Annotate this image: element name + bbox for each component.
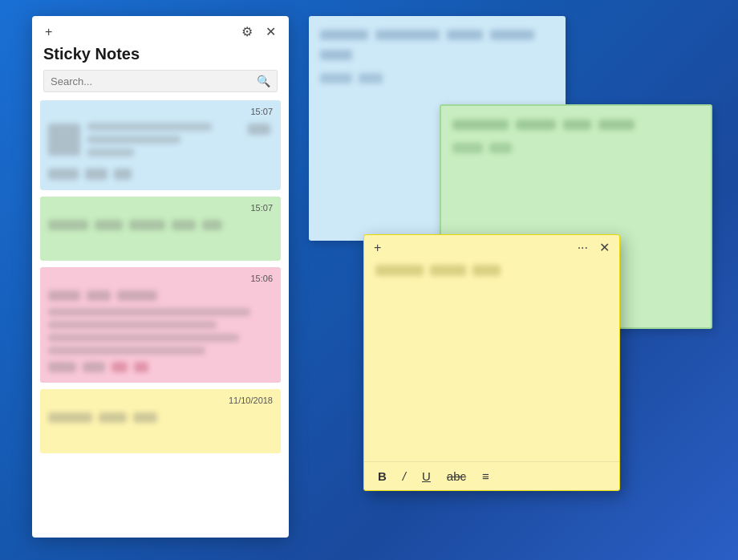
note-timestamp: 15:06 bbox=[48, 274, 273, 283]
format-underline-button[interactable]: U bbox=[420, 469, 433, 484]
list-item[interactable]: 15:06 bbox=[40, 267, 281, 383]
close-button[interactable]: ✕ bbox=[264, 24, 278, 40]
app-title: Sticky Notes bbox=[32, 45, 289, 70]
format-list-button[interactable]: ≡ bbox=[480, 469, 492, 484]
sticky-menu-button[interactable]: ··· bbox=[578, 241, 588, 254]
list-header: + ⚙ ✕ bbox=[32, 16, 289, 45]
sticky-note-yellow: + ··· ✕ B / U abc ≡ bbox=[363, 234, 620, 491]
search-input[interactable] bbox=[51, 75, 257, 87]
search-bar: 🔍 bbox=[43, 70, 278, 92]
note-timestamp: 11/10/2018 bbox=[48, 396, 273, 405]
format-bold-button[interactable]: B bbox=[375, 469, 389, 484]
list-item[interactable]: 15:07 bbox=[40, 197, 281, 261]
note-timestamp: 15:07 bbox=[48, 107, 273, 116]
sticky-format-toolbar: B / U abc ≡ bbox=[364, 461, 619, 490]
format-strikethrough-button[interactable]: abc bbox=[444, 469, 468, 484]
sticky-add-button[interactable]: + bbox=[374, 241, 381, 254]
settings-button[interactable]: ⚙ bbox=[240, 24, 254, 40]
notes-list: 15:07 15:07 bbox=[32, 100, 289, 538]
header-icons: ⚙ ✕ bbox=[240, 24, 278, 40]
format-italic-button[interactable]: / bbox=[400, 469, 408, 484]
note-timestamp: 15:07 bbox=[48, 203, 273, 213]
list-item[interactable]: 11/10/2018 bbox=[40, 389, 281, 453]
list-item[interactable]: 15:07 bbox=[40, 100, 281, 190]
search-icon: 🔍 bbox=[257, 75, 270, 87]
sticky-content[interactable] bbox=[364, 259, 619, 461]
sticky-top-toolbar: + ··· ✕ bbox=[364, 235, 619, 259]
sticky-close-button[interactable]: ✕ bbox=[599, 241, 610, 254]
sticky-top-icons: ··· ✕ bbox=[578, 241, 610, 254]
add-note-button[interactable]: + bbox=[43, 24, 54, 40]
list-panel: + ⚙ ✕ Sticky Notes 🔍 15:07 bbox=[32, 16, 289, 538]
